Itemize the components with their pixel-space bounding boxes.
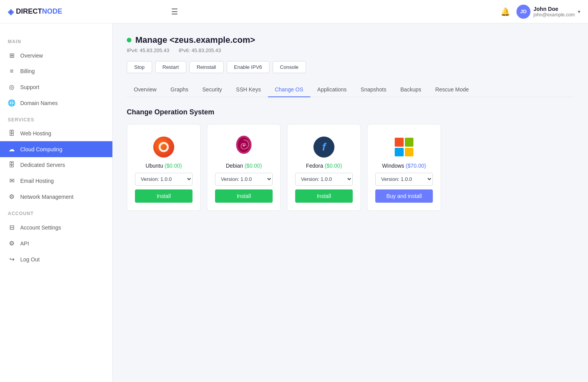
tab-change-os[interactable]: Change OS xyxy=(268,82,310,97)
logo-icon: ◈ xyxy=(8,7,14,16)
os-grid: Ubuntu ($0.00) Version: 1.0.0 Install De… xyxy=(127,124,574,211)
sidebar-label-api: API xyxy=(20,240,29,247)
avatar: JD xyxy=(516,5,530,19)
sidebar-icon-api: ⚙ xyxy=(8,240,16,247)
status-indicator xyxy=(127,38,131,42)
sidebar-label-support: Support xyxy=(20,84,39,90)
sidebar-icon-domain-names: 🌐 xyxy=(8,99,16,107)
action-btn-console[interactable]: Console xyxy=(273,61,306,73)
tab-ssh-keys[interactable]: SSH Keys xyxy=(229,82,268,97)
sidebar-label-log-out: Log Out xyxy=(20,256,40,263)
user-menu[interactable]: JD John Doe john@example.com ▾ xyxy=(516,5,580,19)
sidebar-icon-web-hosting: 🗄 xyxy=(8,130,16,137)
sidebar-icon-support: ◎ xyxy=(8,83,16,91)
sidebar: Main⊞Overview≡Billing◎Support🌐Domain Nam… xyxy=(0,23,113,382)
sidebar-item-api[interactable]: ⚙API xyxy=(0,235,112,251)
page-header: Manage <zeus.example.com> xyxy=(127,35,574,45)
action-btn-restart[interactable]: Restart xyxy=(155,61,186,73)
version-select-windows[interactable]: Version: 1.0.0 xyxy=(375,173,433,186)
sidebar-icon-account-settings: ⊟ xyxy=(8,224,16,231)
sidebar-label-cloud-computing: Cloud Computing xyxy=(20,146,62,152)
install-btn-ubuntu[interactable]: Install xyxy=(135,189,192,203)
sidebar-label-email-hosting: Email Hosting xyxy=(20,178,54,184)
sidebar-label-network-management: Network Management xyxy=(20,194,74,200)
debian-icon xyxy=(233,135,254,159)
tab-graphs[interactable]: Graphs xyxy=(163,82,195,97)
sidebar-icon-overview: ⊞ xyxy=(8,52,16,59)
user-email: john@example.com xyxy=(534,12,575,18)
hamburger-menu[interactable]: ☰ xyxy=(171,7,178,16)
sidebar-item-dedicated-servers[interactable]: 🗄Dedicated Servers xyxy=(0,157,112,173)
tab-overview[interactable]: Overview xyxy=(127,82,163,97)
install-btn-fedora[interactable]: Install xyxy=(295,189,353,203)
sidebar-item-overview[interactable]: ⊞Overview xyxy=(0,47,112,63)
ipv4-label: IPv4: 45.83.205.43 xyxy=(127,47,169,53)
sidebar-label-account-settings: Account Settings xyxy=(20,224,61,231)
topnav-right: 🔔 JD John Doe john@example.com ▾ xyxy=(500,5,580,19)
os-card-windows: Windows ($70.00) Version: 1.0.0 Buy and … xyxy=(367,124,441,211)
sidebar-icon-log-out: ↪ xyxy=(8,256,16,263)
action-btn-stop[interactable]: Stop xyxy=(127,61,152,73)
tab-rescue-mode[interactable]: Rescue Mode xyxy=(428,82,476,97)
sidebar-item-web-hosting[interactable]: 🗄Web Hosting xyxy=(0,126,112,141)
action-buttons: StopRestartReinstallEnable IPV6Console xyxy=(127,61,574,73)
ip-row: IPv4: 45.83.205.43 IPv6: 45.83.205.43 xyxy=(127,47,574,53)
sidebar-label-domain-names: Domain Names xyxy=(20,100,58,106)
sidebar-icon-billing: ≡ xyxy=(8,68,16,75)
section-title: Change Operation System xyxy=(127,108,574,116)
sidebar-section-services: Services xyxy=(0,117,112,126)
logo[interactable]: ◈ DIRECTNODE xyxy=(8,7,62,16)
action-btn-reinstall[interactable]: Reinstall xyxy=(189,61,224,73)
tab-snapshots[interactable]: Snapshots xyxy=(354,82,393,97)
sidebar-item-account-settings[interactable]: ⊟Account Settings xyxy=(0,219,112,235)
ubuntu-icon xyxy=(153,137,174,158)
tab-backups[interactable]: Backups xyxy=(394,82,429,97)
sidebar-icon-dedicated-servers: 🗄 xyxy=(8,161,16,168)
buy-btn-windows[interactable]: Buy and install xyxy=(375,189,433,203)
chevron-down-icon: ▾ xyxy=(578,9,580,14)
sidebar-label-billing: Billing xyxy=(20,68,35,74)
main-content: Manage <zeus.example.com> IPv4: 45.83.20… xyxy=(113,23,588,382)
topnav: ◈ DIRECTNODE ☰ 🔔 JD John Doe john@exampl… xyxy=(0,0,588,23)
version-select-ubuntu[interactable]: Version: 1.0.0 xyxy=(135,173,192,186)
sidebar-item-log-out[interactable]: ↪Log Out xyxy=(0,251,112,267)
page-title: Manage <zeus.example.com> xyxy=(135,35,255,45)
sidebar-label-dedicated-servers: Dedicated Servers xyxy=(20,162,65,168)
fedora-icon: f xyxy=(313,137,334,158)
sidebar-icon-network-management: ⚙ xyxy=(8,193,16,200)
tabs: OverviewGraphsSecuritySSH KeysChange OSA… xyxy=(127,82,574,97)
os-card-debian: Debian ($0.00) Version: 1.0.0 Install xyxy=(207,124,281,211)
sidebar-item-support[interactable]: ◎Support xyxy=(0,79,112,95)
sidebar-section-account: Account xyxy=(0,211,112,219)
sidebar-icon-email-hosting: ✉ xyxy=(8,177,16,184)
topnav-left: ◈ DIRECTNODE ☰ xyxy=(8,7,178,16)
user-info: John Doe john@example.com xyxy=(534,6,575,18)
sidebar-item-billing[interactable]: ≡Billing xyxy=(0,63,112,79)
os-name-ubuntu: Ubuntu ($0.00) xyxy=(145,163,182,169)
sidebar-item-cloud-computing[interactable]: ☁Cloud Computing xyxy=(0,141,112,157)
ipv6-label: IPv6: 45.83.205.43 xyxy=(178,47,221,53)
svg-point-2 xyxy=(243,144,245,146)
notification-icon[interactable]: 🔔 xyxy=(500,7,510,16)
sidebar-item-domain-names[interactable]: 🌐Domain Names xyxy=(0,95,112,111)
version-select-fedora[interactable]: Version: 1.0.0 xyxy=(295,173,353,186)
user-name: John Doe xyxy=(534,6,575,12)
version-select-debian[interactable]: Version: 1.0.0 xyxy=(215,173,273,186)
sidebar-label-overview: Overview xyxy=(20,53,43,59)
tab-security[interactable]: Security xyxy=(195,82,229,97)
os-icon-debian xyxy=(232,135,256,159)
os-card-ubuntu: Ubuntu ($0.00) Version: 1.0.0 Install xyxy=(127,124,201,211)
os-icon-fedora: f xyxy=(312,135,336,159)
action-btn-enable-ipv6[interactable]: Enable IPV6 xyxy=(227,61,270,73)
sidebar-icon-cloud-computing: ☁ xyxy=(8,145,16,153)
os-name-debian: Debian ($0.00) xyxy=(226,163,262,169)
os-name-windows: Windows ($70.00) xyxy=(382,163,426,169)
tab-applications[interactable]: Applications xyxy=(310,82,354,97)
sidebar-item-network-management[interactable]: ⚙Network Management xyxy=(0,189,112,205)
layout: Main⊞Overview≡Billing◎Support🌐Domain Nam… xyxy=(0,23,588,382)
os-icon-windows xyxy=(392,135,416,159)
install-btn-debian[interactable]: Install xyxy=(215,189,273,203)
logo-text: DIRECTNODE xyxy=(16,7,62,16)
sidebar-section-main: Main xyxy=(0,39,112,47)
sidebar-item-email-hosting[interactable]: ✉Email Hosting xyxy=(0,173,112,189)
